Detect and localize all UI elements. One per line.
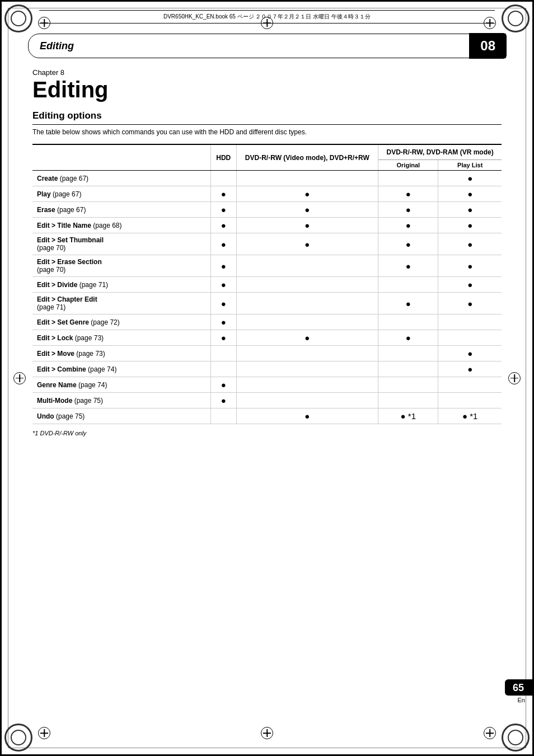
editing-options-table: HDD DVD-R/-RW (Video mode), DVD+R/+RW DV… xyxy=(32,144,502,424)
row-playlist-cell: ● xyxy=(438,233,502,255)
row-hdd-cell xyxy=(210,171,236,186)
row-playlist-cell xyxy=(438,314,502,330)
row-hdd-cell: ● xyxy=(210,233,236,255)
row-original-cell xyxy=(378,361,438,377)
row-label-cell: Edit > Chapter Edit(page 71) xyxy=(32,293,210,314)
cross-mark-right xyxy=(508,372,521,384)
row-label-cell: Edit > Title Name (page 68) xyxy=(32,218,210,233)
row-original-cell xyxy=(378,393,438,408)
chapter-main-title: Editing xyxy=(32,78,502,101)
row-dvd_video-cell: ● xyxy=(236,330,378,346)
row-original-cell xyxy=(378,171,438,186)
row-label-cell: Edit > Set Genre (page 72) xyxy=(32,314,210,330)
th-playlist: Play List xyxy=(438,160,502,171)
cross-mark-left xyxy=(13,372,26,384)
page-number: 65 xyxy=(505,679,534,696)
row-dvd_video-cell xyxy=(236,255,378,277)
cross-mark-tr xyxy=(484,17,496,29)
row-playlist-cell: ● xyxy=(438,361,502,377)
row-hdd-cell: ● xyxy=(210,202,236,218)
table-row: Edit > Divide (page 71)●● xyxy=(32,277,502,293)
page-lang: En xyxy=(518,697,525,703)
row-hdd-cell: ● xyxy=(210,218,236,233)
row-playlist-cell: ● xyxy=(438,218,502,233)
table-header-row-1: HDD DVD-R/-RW (Video mode), DVD+R/+RW DV… xyxy=(32,144,502,160)
row-playlist-cell: ● xyxy=(438,255,502,277)
chapter-header-title: Editing xyxy=(29,34,505,58)
chapter-number: 08 xyxy=(469,33,507,59)
row-label-cell: Create (page 67) xyxy=(32,171,210,186)
th-hdd: HDD xyxy=(210,144,236,171)
row-dvd_video-cell xyxy=(236,293,378,314)
table-row: Edit > Title Name (page 68)●●●● xyxy=(32,218,502,233)
row-dvd_video-cell: ● xyxy=(236,408,378,424)
footnote: *1 DVD-R/-RW only xyxy=(32,430,502,436)
row-original-cell xyxy=(378,377,438,393)
row-hdd-cell xyxy=(210,361,236,377)
cross-mark-br xyxy=(484,727,496,739)
th-command xyxy=(32,144,210,160)
th-vr-group: DVD-R/-RW, DVD-RAM (VR mode) xyxy=(378,144,502,160)
row-label-cell: Edit > Set Thumbnail(page 70) xyxy=(32,233,210,255)
row-hdd-cell xyxy=(210,408,236,424)
corner-circle-bl xyxy=(4,724,32,752)
row-playlist-cell xyxy=(438,393,502,408)
row-hdd-cell: ● xyxy=(210,255,236,277)
row-dvd_video-cell: ● xyxy=(236,186,378,202)
row-label-bold: Edit > Lock xyxy=(37,334,73,342)
corner-circle-tr xyxy=(502,4,530,32)
row-dvd_video-cell xyxy=(236,377,378,393)
th-original: Original xyxy=(378,160,438,171)
table-row: Erase (page 67)●●●● xyxy=(32,202,502,218)
row-label-bold: Edit > Combine xyxy=(37,365,86,373)
row-label-bold: Play xyxy=(37,190,51,198)
row-dvd_video-cell xyxy=(236,171,378,186)
row-dvd_video-cell xyxy=(236,361,378,377)
row-label-cell: Edit > Combine (page 74) xyxy=(32,361,210,377)
row-original-cell: ● xyxy=(378,330,438,346)
row-original-cell xyxy=(378,346,438,361)
row-playlist-cell: ● xyxy=(438,293,502,314)
row-label-cell: Undo (page 75) xyxy=(32,408,210,424)
row-original-cell: ● xyxy=(378,233,438,255)
row-original-cell: ● xyxy=(378,202,438,218)
row-original-cell: ● xyxy=(378,218,438,233)
row-label-bold: Create xyxy=(37,175,58,182)
row-original-cell: ● xyxy=(378,293,438,314)
row-hdd-cell xyxy=(210,346,236,361)
row-label-cell: Edit > Lock (page 73) xyxy=(32,330,210,346)
row-original-cell xyxy=(378,314,438,330)
row-hdd-cell: ● xyxy=(210,186,236,202)
row-label-bold: Multi-Mode xyxy=(37,397,72,405)
cross-mark-top xyxy=(261,17,273,29)
row-playlist-cell xyxy=(438,377,502,393)
row-label-cell: Genre Name (page 74) xyxy=(32,377,210,393)
row-playlist-cell: ● xyxy=(438,277,502,293)
row-playlist-cell: ● xyxy=(438,202,502,218)
row-dvd_video-cell: ● xyxy=(236,202,378,218)
row-label-bold: Edit > Set Thumbnail xyxy=(37,236,104,244)
chapter-label: Chapter 8 xyxy=(32,68,502,77)
row-label-bold: Edit > Move xyxy=(37,350,74,358)
row-dvd_video-cell: ● xyxy=(236,233,378,255)
row-hdd-cell: ● xyxy=(210,393,236,408)
table-row: Edit > Set Genre (page 72)● xyxy=(32,314,502,330)
row-label-cell: Multi-Mode (page 75) xyxy=(32,393,210,408)
cross-mark-tl xyxy=(38,17,50,29)
table-row: Edit > Erase Section(page 70)●●● xyxy=(32,255,502,277)
table-row: Edit > Chapter Edit(page 71)●●● xyxy=(32,293,502,314)
intro-text: The table below shows which commands you… xyxy=(32,128,502,136)
corner-circle-br xyxy=(502,724,530,752)
table-body: Create (page 67)●Play (page 67)●●●●Erase… xyxy=(32,171,502,424)
row-label-bold: Edit > Divide xyxy=(37,281,77,289)
row-label-bold: Genre Name xyxy=(37,381,77,389)
row-hdd-cell: ● xyxy=(210,314,236,330)
table-row: Play (page 67)●●●● xyxy=(32,186,502,202)
row-hdd-cell: ● xyxy=(210,377,236,393)
row-playlist-cell: ● xyxy=(438,346,502,361)
table-row: Multi-Mode (page 75)● xyxy=(32,393,502,408)
row-dvd_video-cell xyxy=(236,393,378,408)
table-row: Create (page 67)● xyxy=(32,171,502,186)
row-dvd_video-cell xyxy=(236,277,378,293)
row-label-bold: Undo xyxy=(37,412,54,420)
